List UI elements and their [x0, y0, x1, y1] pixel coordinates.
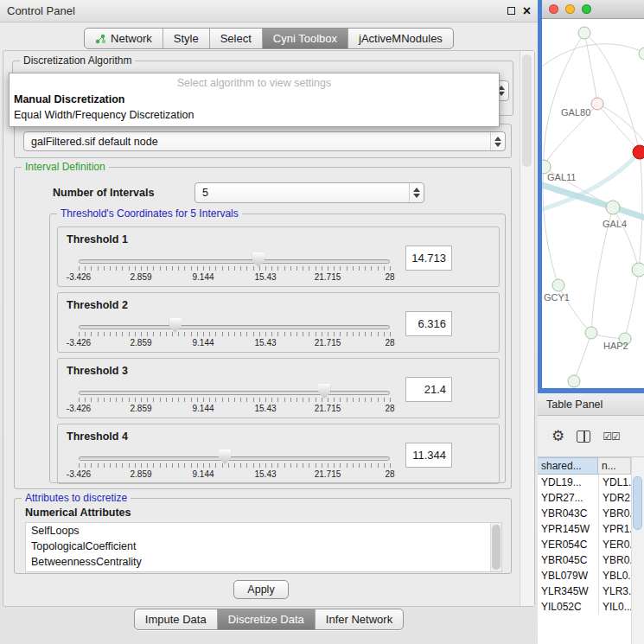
- tick-label: 21.715: [315, 272, 341, 282]
- tick-label: 9.144: [192, 338, 214, 348]
- node-gal80[interactable]: [591, 98, 603, 110]
- slider-handle[interactable]: [252, 252, 265, 267]
- node-selected-red[interactable]: [633, 145, 644, 159]
- slider-handle[interactable]: [318, 384, 330, 399]
- number-of-intervals-label: Number of Intervals: [53, 187, 154, 199]
- bottom-tab-bar: Impute Data Discretize Data Infer Networ…: [0, 609, 538, 630]
- thresholds-group-label: Threshold's Coordinates for 5 Intervals: [57, 207, 242, 220]
- node[interactable]: [585, 327, 597, 339]
- table-row[interactable]: YDR27...YDR2...: [538, 490, 644, 506]
- slider-handle[interactable]: [169, 318, 182, 333]
- threshold-4-slider[interactable]: -3.426 2.859 9.144 15.43 21.715 28: [79, 449, 390, 480]
- gear-icon[interactable]: ⚙: [552, 429, 564, 443]
- threshold-3-slider[interactable]: -3.426 2.859 9.144 15.43 21.715 28: [79, 383, 390, 414]
- thresholds-group: Threshold's Coordinates for 5 Intervals …: [49, 214, 506, 483]
- tab-discretize-data[interactable]: Discretize Data: [217, 609, 315, 629]
- network-canvas[interactable]: GAL80 GAL11 GAL4 GCY1 HAP2: [542, 19, 644, 388]
- table-row[interactable]: YLR345WYLR3...: [538, 583, 644, 599]
- tab-infer-network[interactable]: Infer Network: [315, 609, 403, 629]
- node[interactable]: [639, 48, 644, 60]
- tick-label: 15.43: [254, 272, 276, 282]
- tab-select[interactable]: Select: [209, 29, 262, 48]
- network-node-labels: GAL80 GAL11 GAL4 GCY1 HAP2: [544, 107, 628, 351]
- list-item-topologicalcoefficient[interactable]: TopologicalCoefficient: [26, 539, 501, 554]
- tick-label: 15.43: [254, 469, 276, 479]
- apply-button[interactable]: Apply: [233, 580, 289, 599]
- node[interactable]: [568, 375, 580, 387]
- slider-ticks: [79, 398, 391, 402]
- slider-track[interactable]: [79, 456, 390, 461]
- threshold-3-value-field[interactable]: 21.4: [405, 377, 452, 402]
- column-header-shared-name[interactable]: shared...: [538, 457, 598, 475]
- tab-style[interactable]: Style: [163, 29, 209, 48]
- table-row[interactable]: YER054CYER0...: [538, 537, 644, 552]
- node[interactable]: [632, 263, 644, 277]
- table-data-combobox[interactable]: galFiltered.sif default node: [23, 131, 506, 151]
- dropdown-option-manual-discretization[interactable]: Manual Discretization: [10, 92, 499, 107]
- threshold-1-value-field[interactable]: 14.713: [405, 245, 452, 271]
- list-scrollbar[interactable]: [490, 523, 501, 571]
- table-panel-toolbar: ⚙ ☑☑: [538, 416, 644, 457]
- threshold-panel-2: Threshold 2 -3.426 2.859 9.144 15.43 21.…: [57, 292, 500, 353]
- interval-definition-group: Interval Definition Number of Intervals …: [14, 167, 512, 489]
- node[interactable]: [578, 27, 590, 39]
- attributes-group-label: Attributes to discretize: [22, 492, 131, 504]
- control-panel-window: Control Panel × Network Style Select Cyn…: [0, 0, 538, 644]
- table-panel-titlebar: Table Panel: [538, 393, 644, 416]
- tick-label: 28: [385, 338, 394, 348]
- table-panel-title: Table Panel: [546, 399, 603, 411]
- column-header-name[interactable]: n...: [598, 457, 631, 475]
- tab-jactivemnodules[interactable]: jActiveMNodules: [348, 29, 453, 48]
- table-row[interactable]: YPR145WYPR1...: [538, 521, 644, 537]
- slider-handle[interactable]: [219, 450, 231, 464]
- top-tab-bar: Network Style Select Cyni Toolbox jActiv…: [0, 28, 538, 49]
- tick-label: -3.426: [67, 338, 91, 348]
- tab-impute-data[interactable]: Impute Data: [135, 609, 217, 629]
- table-columns-icon[interactable]: [577, 430, 590, 443]
- threshold-2-slider[interactable]: -3.426 2.859 9.144 15.43 21.715 28: [79, 317, 390, 348]
- tab-network[interactable]: Network: [85, 29, 163, 48]
- threshold-2-label: Threshold 2: [67, 299, 128, 311]
- network-nodes[interactable]: [542, 27, 644, 387]
- threshold-3-label: Threshold 3: [67, 365, 128, 377]
- checkbox-icons[interactable]: ☑☑: [603, 430, 620, 443]
- tick-label: 28: [385, 469, 394, 479]
- node-label-gal80: GAL80: [561, 107, 590, 118]
- list-item-selfloops[interactable]: SelfLoops: [26, 523, 501, 539]
- dropdown-option-equal-width[interactable]: Equal Width/Frequency Discretization: [10, 107, 499, 123]
- attributes-group: Attributes to discretize Numerical Attri…: [14, 498, 512, 574]
- threshold-2-value-field[interactable]: 6.316: [405, 311, 452, 336]
- node-label-gcy1: GCY1: [544, 292, 570, 303]
- close-icon[interactable]: ×: [523, 4, 531, 18]
- slider-track[interactable]: [79, 259, 390, 264]
- tick-label: 21.715: [315, 338, 341, 348]
- tick-label: -3.426: [67, 272, 91, 282]
- panel-scrollbar-thumb[interactable]: [522, 54, 532, 167]
- node-gcy1[interactable]: [552, 279, 564, 291]
- close-traffic-light-icon[interactable]: [549, 4, 558, 14]
- table-row[interactable]: YIL052CYIL0...: [538, 599, 644, 615]
- table-row[interactable]: YDL19...YDL1...: [538, 475, 644, 490]
- float-window-icon[interactable]: [507, 7, 515, 15]
- minimize-traffic-light-icon[interactable]: [565, 4, 575, 14]
- node-gal4[interactable]: [606, 201, 620, 214]
- slider-track[interactable]: [79, 391, 390, 395]
- tick-label: 2.859: [130, 469, 151, 479]
- slider-track[interactable]: [79, 325, 390, 329]
- node-label-gal11: GAL11: [547, 172, 576, 182]
- number-of-intervals-spinner[interactable]: 5: [194, 182, 424, 203]
- slider-ticks: [79, 463, 391, 468]
- zoom-traffic-light-icon[interactable]: [582, 4, 591, 14]
- tick-label: 9.144: [192, 404, 214, 413]
- table-row[interactable]: YBR043CYBR0...: [538, 506, 644, 521]
- tab-cyni-toolbox[interactable]: Cyni Toolbox: [262, 29, 348, 48]
- threshold-4-label: Threshold 4: [67, 430, 128, 443]
- threshold-4-value-field[interactable]: 11.344: [405, 443, 452, 468]
- list-item-betweennesscentrality[interactable]: BetweennessCentrality: [26, 554, 501, 570]
- threshold-1-slider[interactable]: -3.426 2.859 9.144 15.43 21.715 28: [79, 252, 390, 283]
- node-label-hap2: HAP2: [603, 341, 628, 351]
- table-scrollbar-thumb[interactable]: [633, 476, 642, 530]
- table-row[interactable]: YBL079WYBL0...: [538, 568, 644, 583]
- list-scrollbar-thumb[interactable]: [492, 525, 501, 570]
- table-row[interactable]: YBR045CYBR0...: [538, 552, 644, 568]
